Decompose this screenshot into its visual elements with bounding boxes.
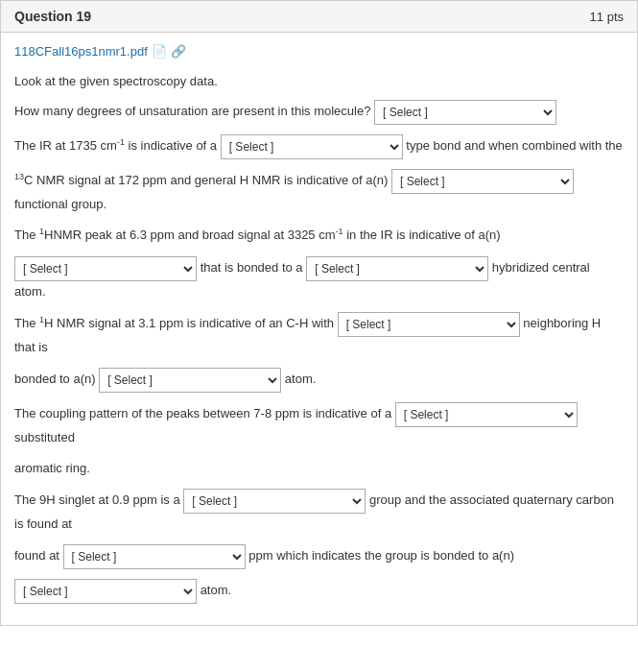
file-link[interactable]: 118CFall16ps1nmr1.pdf 📄 🔗 [14, 44, 186, 59]
q1-select[interactable]: [ Select ] [374, 100, 556, 125]
q5-atom-suffix: atom. [285, 372, 317, 386]
q7-line3: [ Select ] atom. [14, 579, 624, 604]
question-container: Question 19 11 pts 118CFall16ps1nmr1.pdf… [0, 0, 638, 626]
q5-bonded-label: bonded to a(n) [14, 372, 99, 386]
q5-line2: bonded to a(n) [ Select ] atom. [14, 368, 624, 393]
q2-prefix: The IR at 1735 cm-1 is indicative of a [14, 138, 217, 153]
q7-select1[interactable]: [ Select ] [183, 489, 366, 514]
q6-prefix: The coupling pattern of the peaks betwee… [14, 406, 391, 420]
q6-select[interactable]: [ Select ] [395, 402, 578, 427]
instruction-text: Look at the given spectroscopy data. [14, 74, 624, 88]
q4-line: The 1HNMR peak at 6.3 ppm and broad sign… [14, 225, 624, 246]
q2-select[interactable]: [ Select ] [221, 134, 403, 159]
q2-line: The IR at 1735 cm-1 is indicative of a [… [14, 134, 624, 159]
q3-select[interactable]: [ Select ] [391, 169, 574, 194]
q5-line1: The 1H NMR signal at 3.1 ppm is indicati… [14, 312, 624, 358]
question-points: 11 pts [590, 10, 624, 24]
q5-prefix: The 1H NMR signal at 3.1 ppm is indicati… [14, 316, 334, 330]
q7-prefix: The 9H singlet at 0.9 ppm is a [14, 492, 180, 507]
q3-nmr-text: C NMR signal at 172 ppm and general H NM… [24, 173, 388, 187]
q3-line: 13C NMR signal at 172 ppm and general H … [14, 169, 624, 215]
q4-select2[interactable]: [ Select ] [306, 256, 488, 281]
q6-line: The coupling pattern of the peaks betwee… [14, 402, 624, 448]
q4-prefix: The 1HNMR peak at 6.3 ppm and broad sign… [14, 228, 501, 242]
file-name: 118CFall16ps1nmr1.pdf [14, 44, 148, 59]
q7-ppm-suffix: ppm which indicates the group is bonded … [248, 548, 514, 563]
q7-line2: found at [ Select ] ppm which indicates … [14, 544, 624, 569]
q1-label: How many degrees of unsaturation are pre… [14, 104, 370, 118]
question-body: 118CFall16ps1nmr1.pdf 📄 🔗 Look at the gi… [1, 33, 637, 625]
q5-select1[interactable]: [ Select ] [338, 312, 520, 337]
q1-line: How many degrees of unsaturation are pre… [14, 100, 624, 125]
file-icon: 📄 [152, 44, 167, 59]
external-link-icon: 🔗 [171, 44, 186, 59]
q7-select3[interactable]: [ Select ] [14, 579, 197, 604]
q7-line1: The 9H singlet at 0.9 ppm is a [ Select … [14, 489, 624, 535]
q6-suffix: substituted [14, 430, 75, 444]
q7-atom-suffix: atom. [201, 583, 232, 597]
q7-found-label: found at [14, 548, 63, 563]
q7-select2[interactable]: [ Select ] [63, 544, 246, 569]
q3-suffix: functional group. [14, 197, 106, 211]
q3-sup: 13 [14, 172, 24, 181]
question-title: Question 19 [14, 9, 91, 24]
q4-select1[interactable]: [ Select ] [14, 256, 197, 281]
q2-suffix: type bond and when combined with the [406, 138, 623, 153]
q5-select2[interactable]: [ Select ] [99, 368, 281, 393]
q6-line2: aromatic ring. [14, 458, 624, 479]
q4-row2: [ Select ] that is bonded to a [ Select … [14, 256, 624, 302]
q4-mid: that is bonded to a [201, 260, 307, 275]
question-header: Question 19 11 pts [1, 1, 637, 33]
q6-aromatic: aromatic ring. [14, 461, 90, 475]
